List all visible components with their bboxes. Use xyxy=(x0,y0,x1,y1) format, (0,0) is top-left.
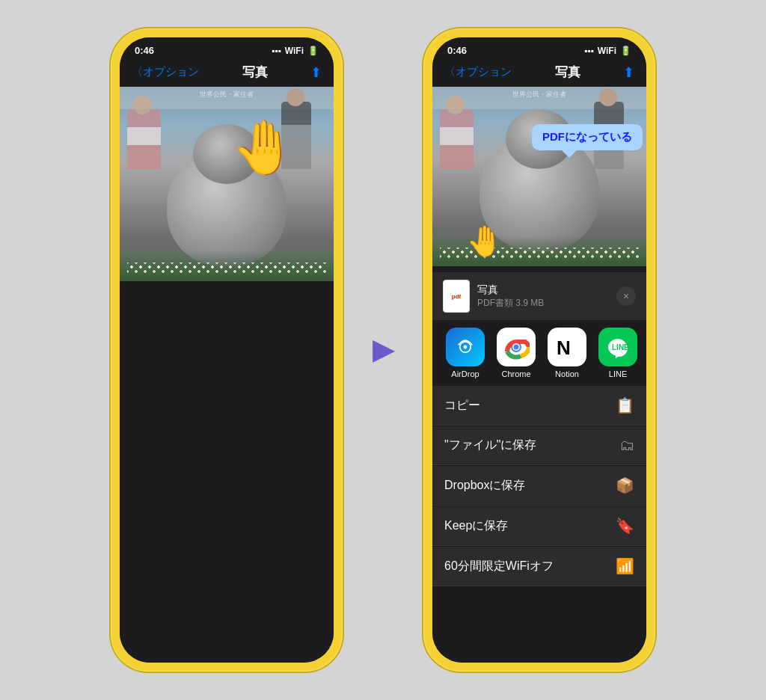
file-details: 写真 PDF書類 3.9 MB xyxy=(477,283,544,310)
action-dropbox[interactable]: Dropboxに保存 📦 xyxy=(432,466,646,506)
chrome-app-icon[interactable] xyxy=(497,328,536,366)
svg-text:LINE: LINE xyxy=(612,343,629,351)
line-label: LINE xyxy=(609,369,627,378)
notion-svg: N xyxy=(554,334,580,360)
action-copy[interactable]: コピー 📋 xyxy=(432,386,646,426)
line-app-icon[interactable]: LINE xyxy=(598,328,637,366)
status-bar-left: 0:46 ▪▪▪ WiFi 🔋 xyxy=(120,37,334,59)
action-files-label: "ファイル"に保存 xyxy=(444,438,536,453)
time-left: 0:46 xyxy=(135,45,154,56)
back-button-right[interactable]: 〈オプション xyxy=(444,65,512,79)
chrome-svg xyxy=(503,334,530,360)
flowers-right xyxy=(432,236,646,266)
notion-label: Notion xyxy=(555,369,579,378)
wifi-icon-r: WiFi xyxy=(598,46,616,56)
action-dropbox-label: Dropboxに保存 xyxy=(444,478,525,494)
battery-icon: 🔋 xyxy=(307,46,319,56)
status-icons-right: ▪▪▪ WiFi 🔋 xyxy=(584,46,631,56)
app-item-line[interactable]: LINE LINE xyxy=(592,328,643,378)
wifi-icon: WiFi xyxy=(285,46,304,56)
action-save-files[interactable]: "ファイル"に保存 🗂 xyxy=(432,426,646,465)
dark-content-left xyxy=(120,281,334,663)
callout-container: PDFになっている xyxy=(487,124,643,150)
nav-title-left: 写真 xyxy=(242,64,268,81)
share-button-right[interactable]: ⬆ xyxy=(623,64,634,81)
files-icon: 🗂 xyxy=(619,437,634,454)
airdrop-svg xyxy=(454,336,477,358)
app-item-airdrop[interactable]: AirDrop xyxy=(440,328,491,378)
time-right: 0:46 xyxy=(447,45,467,56)
signal-icon: ▪▪▪ xyxy=(272,46,281,56)
hand-cursor-left: 🤚 xyxy=(231,117,296,178)
flowers-left xyxy=(120,251,334,281)
action-keep-label: Keepに保存 xyxy=(444,518,508,534)
photo-area-right: 世界公民・家住者 PDFになっている 🤚 xyxy=(432,87,646,266)
notion-app-icon[interactable]: N xyxy=(548,328,586,366)
app-item-chrome[interactable]: Chrome xyxy=(491,328,542,378)
dropbox-icon: 📦 xyxy=(616,476,634,494)
action-wifi[interactable]: 60分間限定WiFiオフ 📶 xyxy=(432,547,646,586)
file-meta: PDF書類 3.9 MB xyxy=(477,297,544,310)
arrow-between: ▶ xyxy=(373,334,393,366)
svg-text:N: N xyxy=(557,337,571,359)
hand-cursor-right: 🤚 xyxy=(466,224,503,259)
chrome-label: Chrome xyxy=(501,369,530,378)
right-phone: 0:46 ▪▪▪ WiFi 🔋 〈オプション 写真 ⬆ 世界公民・家住者 xyxy=(423,28,655,672)
person-bg-left xyxy=(127,109,161,169)
line-svg: LINE xyxy=(604,334,631,360)
status-icons-left: ▪▪▪ WiFi 🔋 xyxy=(272,46,319,56)
share-sheet: 写真 PDF書類 3.9 MB × xyxy=(432,266,646,663)
wifi-off-icon: 📶 xyxy=(616,557,634,575)
app-item-notion[interactable]: N Notion xyxy=(542,328,592,378)
svg-point-1 xyxy=(464,346,468,349)
share-button-left[interactable]: ⬆ xyxy=(310,64,322,81)
airdrop-label: AirDrop xyxy=(451,369,479,378)
callout-bubble: PDFになっている xyxy=(532,124,643,150)
action-wifi-label: 60分間限定WiFiオフ xyxy=(444,559,554,574)
copy-icon: 📋 xyxy=(616,396,634,414)
signal-icon-r: ▪▪▪ xyxy=(584,46,594,56)
nav-bar-right: 〈オプション 写真 ⬆ xyxy=(432,59,646,87)
app-icons-row: AirDrop xyxy=(432,320,646,386)
action-copy-label: コピー xyxy=(444,398,480,414)
nav-bar-left: 〈オプション 写真 ⬆ xyxy=(120,59,334,87)
file-name: 写真 xyxy=(477,283,544,297)
action-list: コピー 📋 "ファイル"に保存 🗂 Dropboxに保存 📦 Keepに保存 🔖… xyxy=(432,386,646,663)
person-bg-left-r xyxy=(440,109,474,169)
photo-area-left[interactable]: 世界公民・家住者 🤚 xyxy=(120,87,334,281)
file-info-row: 写真 PDF書類 3.9 MB × xyxy=(432,272,646,320)
action-keep[interactable]: Keepに保存 🔖 xyxy=(432,506,646,546)
nav-title-right: 写真 xyxy=(555,64,580,81)
back-button-left[interactable]: 〈オプション xyxy=(132,65,199,79)
left-phone: 0:46 ▪▪▪ WiFi 🔋 〈オプション 写真 ⬆ 世界公民・家住者 � xyxy=(111,28,343,672)
battery-icon-r: 🔋 xyxy=(620,46,631,56)
airdrop-app-icon[interactable] xyxy=(446,328,485,366)
keep-icon: 🔖 xyxy=(616,517,634,535)
pdf-icon xyxy=(443,280,470,313)
app-item-more[interactable]: ▶ Di xyxy=(643,328,646,378)
svg-point-5 xyxy=(514,345,519,350)
close-button[interactable]: × xyxy=(616,286,636,306)
status-bar-right: 0:46 ▪▪▪ WiFi 🔋 xyxy=(432,37,646,59)
